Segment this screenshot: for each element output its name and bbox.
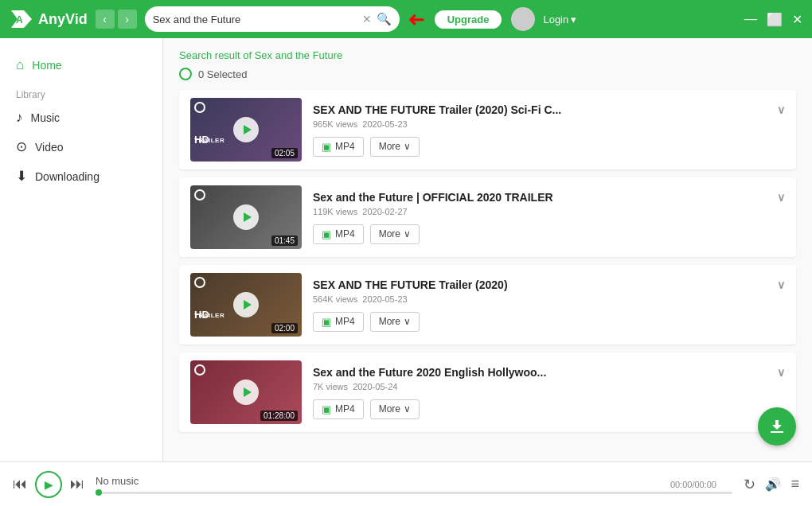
thumb-play-button[interactable] (233, 380, 259, 405)
trailer-label: TRAILER (194, 312, 224, 319)
thumb-select-circle[interactable] (194, 277, 205, 288)
chevron-down-icon[interactable]: ∨ (777, 278, 785, 291)
player-progress[interactable] (96, 492, 732, 494)
search-input[interactable] (153, 14, 357, 25)
playlist-icon[interactable]: ≡ (791, 476, 799, 492)
nav-buttons: ‹ › (96, 10, 137, 29)
card-info: SEX AND THE FUTURE Trailer (2020) Sci-Fi… (313, 103, 785, 157)
card-actions: ▣ MP4 More ∨ (313, 224, 785, 244)
search-icon[interactable]: 🔍 (377, 12, 392, 26)
arrow-indicator: ➜ (408, 9, 425, 29)
sidebar-item-home-label: Home (32, 59, 61, 72)
sidebar-item-video[interactable]: ⊙ Video (0, 132, 162, 162)
chevron-down-icon[interactable]: ∨ (777, 191, 785, 204)
result-card: 01:45 Sex and the Future | OFFICIAL 2020… (179, 177, 796, 257)
mp4-label: MP4 (335, 403, 355, 415)
card-info: Sex and the Future 2020 English Hollywoo… (313, 366, 785, 419)
logo-icon: A (10, 7, 33, 31)
player-title: No music (96, 475, 732, 487)
chevron-down-icon[interactable]: ∨ (777, 103, 785, 116)
thumb-duration: 01:45 (271, 235, 298, 246)
login-label: Login (543, 14, 568, 25)
card-title: Sex and the Future 2020 English Hollywoo… (313, 366, 785, 379)
sidebar-item-home[interactable]: ⌂ Home (0, 51, 162, 80)
thumb-duration: 01:28:00 (260, 411, 298, 421)
clear-icon[interactable]: ✕ (362, 13, 372, 25)
card-title-text: Sex and the Future 2020 English Hollywoo… (313, 366, 772, 379)
search-bar: ✕ 🔍 (145, 6, 400, 32)
more-button[interactable]: More ∨ (370, 224, 420, 244)
nav-forward-button[interactable]: › (118, 10, 137, 29)
next-button[interactable]: ⏭ (70, 476, 84, 492)
card-meta: 564K views 2020-05-23 (313, 294, 785, 304)
thumb-select-circle[interactable] (194, 364, 205, 376)
mp4-icon: ▣ (322, 316, 331, 328)
card-actions: ▣ MP4 More ∨ (313, 399, 785, 419)
nav-back-button[interactable]: ‹ (96, 10, 115, 29)
chevron-down-icon[interactable]: ∨ (777, 366, 785, 379)
volume-icon[interactable]: 🔊 (765, 477, 781, 492)
card-meta: 119K views 2020-02-27 (313, 207, 785, 216)
play-button[interactable]: ▶ (35, 471, 62, 498)
close-button[interactable]: ✕ (792, 12, 802, 27)
video-icon: ⊙ (16, 138, 27, 155)
sidebar-item-downloading-label: Downloading (35, 170, 100, 183)
player-controls: ⏮ ▶ ⏭ (13, 471, 84, 498)
main-layout: ⌂ Home Library ♪ Music ⊙ Video ⬇ Downloa… (0, 38, 812, 461)
card-title: Sex and the Future | OFFICIAL 2020 TRAIL… (313, 191, 785, 204)
thumb-play-button[interactable] (233, 117, 259, 142)
more-label: More (379, 316, 400, 327)
result-card: 01:28:00 Sex and the Future 2020 English… (179, 352, 796, 432)
mp4-label: MP4 (335, 228, 355, 239)
result-card: HDTRAILER 02:05 SEX AND THE FUTURE Trail… (179, 90, 796, 169)
mp4-button[interactable]: ▣ MP4 (313, 399, 364, 419)
titlebar: A AnyVid ‹ › ✕ 🔍 ➜ Upgrade Login ▾ — ⬜ ✕ (0, 0, 812, 38)
card-title-text: SEX AND THE FUTURE Trailer (2020) Sci-Fi… (313, 103, 772, 116)
mp4-button[interactable]: ▣ MP4 (313, 312, 364, 332)
maximize-button[interactable]: ⬜ (767, 12, 783, 27)
card-title: SEX AND THE FUTURE Trailer (2020) ∨ (313, 278, 785, 291)
mp4-button[interactable]: ▣ MP4 (313, 224, 364, 244)
minimize-button[interactable]: — (744, 12, 757, 27)
card-meta: 965K views 2020-05-23 (313, 119, 785, 129)
content-area: Search result of Sex and the Future 0 Se… (163, 38, 812, 461)
select-row: 0 Selected (179, 68, 796, 80)
selected-count: 0 Selected (198, 68, 247, 80)
more-button[interactable]: More ∨ (370, 137, 420, 157)
card-title: SEX AND THE FUTURE Trailer (2020) Sci-Fi… (313, 103, 785, 116)
mp4-label: MP4 (335, 141, 355, 152)
player-bar: ⏮ ▶ ⏭ No music 00:00/00:00 ↻ 🔊 ≡ (0, 461, 812, 506)
repeat-icon[interactable]: ↻ (744, 476, 755, 493)
card-info: SEX AND THE FUTURE Trailer (2020) ∨ 564K… (313, 278, 785, 332)
thumbnail: 01:28:00 (190, 360, 302, 424)
sidebar: ⌂ Home Library ♪ Music ⊙ Video ⬇ Downloa… (0, 38, 163, 461)
chevron-down-icon: ∨ (404, 228, 411, 239)
more-label: More (379, 141, 400, 152)
prev-button[interactable]: ⏮ (13, 476, 27, 492)
search-result-label: Search result of Sex and the Future (179, 49, 796, 61)
download-fab[interactable] (758, 407, 796, 446)
mp4-icon: ▣ (322, 403, 331, 415)
more-button[interactable]: More ∨ (370, 399, 420, 419)
thumb-play-button[interactable] (233, 204, 259, 230)
mp4-icon: ▣ (322, 228, 331, 240)
mp4-button[interactable]: ▣ MP4 (313, 137, 364, 157)
search-result-prefix: Search result of (179, 49, 255, 61)
card-title-text: Sex and the Future | OFFICIAL 2020 TRAIL… (313, 191, 772, 204)
select-circle[interactable] (179, 68, 192, 80)
chevron-down-icon: ∨ (404, 403, 411, 415)
login-button[interactable]: Login ▾ (543, 14, 576, 25)
thumb-play-button[interactable] (233, 292, 259, 317)
sidebar-item-downloading[interactable]: ⬇ Downloading (0, 162, 162, 191)
upgrade-button[interactable]: Upgrade (433, 9, 504, 30)
more-label: More (379, 403, 400, 415)
results-container: HDTRAILER 02:05 SEX AND THE FUTURE Trail… (179, 90, 796, 432)
chevron-down-icon: ∨ (404, 141, 411, 152)
thumb-select-circle[interactable] (194, 102, 205, 113)
sidebar-item-music-label: Music (31, 111, 61, 124)
thumb-select-circle[interactable] (194, 189, 205, 200)
thumbnail: HDTRAILER 02:05 (190, 98, 302, 162)
more-label: More (379, 228, 400, 239)
sidebar-item-music[interactable]: ♪ Music (0, 103, 162, 132)
more-button[interactable]: More ∨ (370, 312, 420, 332)
